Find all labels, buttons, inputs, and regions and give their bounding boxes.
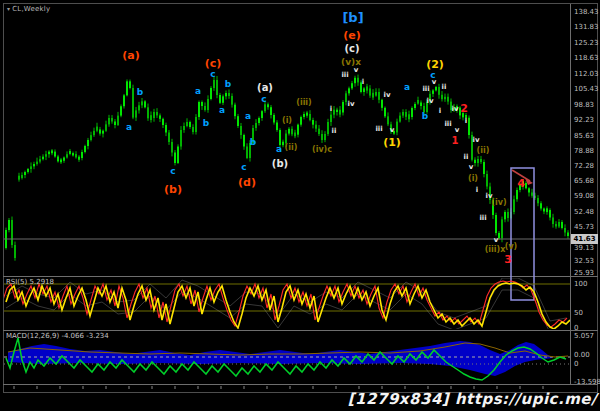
symbol-timeframe-label: CL,Weekly — [12, 5, 50, 13]
wave-label: i — [476, 187, 478, 194]
price-tick: 39.13 — [574, 244, 594, 252]
macd-tick: 0.00 — [574, 351, 590, 359]
wave-label: v — [469, 164, 474, 171]
wave-label: (iv) — [491, 199, 506, 207]
price-tick: 112.03 — [574, 70, 599, 78]
watermark: [1279x834] https://upic.me/ — [348, 390, 597, 408]
wave-label: a — [245, 112, 251, 121]
price-tick: 85.63 — [574, 132, 594, 140]
wave-label: a — [276, 145, 282, 154]
price-tick: 72.28 — [574, 162, 594, 170]
wave-label: (1) — [383, 137, 401, 148]
wave-label: iii — [341, 72, 348, 79]
wave-label: a — [126, 123, 132, 132]
wave-label: ii — [442, 84, 447, 91]
wave-label: a — [404, 83, 410, 92]
price-tick: 45.73 — [574, 223, 594, 231]
current-price-box: 41.63 — [571, 234, 598, 244]
wave-label: (i) — [468, 175, 478, 183]
wave-label: i — [465, 118, 467, 125]
wave-label: (iii) — [296, 99, 312, 107]
wave-label: (c) — [344, 44, 359, 54]
wave-label: b — [250, 138, 256, 147]
chart-canvas[interactable] — [0, 0, 600, 411]
price-tick: 98.83 — [574, 101, 594, 109]
wave-label: a — [219, 106, 225, 115]
wave-label: 1 — [452, 136, 459, 146]
wave-label: ii — [332, 128, 337, 135]
wave-label: (v) — [505, 243, 518, 251]
wave-label: iv — [348, 101, 355, 108]
wave-label: iv — [384, 92, 391, 99]
wave-label: b — [137, 88, 143, 97]
wave-label: v — [390, 127, 395, 134]
wave-label: (a) — [122, 50, 139, 61]
macd-tick: 5.057 — [574, 332, 594, 340]
macd-tick: 0 — [574, 360, 578, 368]
wave-label: a — [195, 87, 201, 96]
price-tick: 118.63 — [574, 54, 599, 62]
wave-label: iii — [375, 126, 382, 133]
wave-label: b — [225, 80, 231, 89]
wave-label: (e) — [343, 30, 361, 41]
wave-label: i — [439, 108, 441, 115]
wave-label: i — [362, 79, 364, 86]
wave-label: i — [330, 106, 332, 113]
wave-label: v — [494, 237, 499, 244]
price-tick: 78.88 — [574, 147, 594, 155]
wave-label: (c) — [205, 58, 222, 69]
price-tick: 32.53 — [574, 257, 594, 265]
chart-window: ▾CL,Weekly RSI(5) 5.2918 MACD(12,26,9) -… — [0, 0, 600, 411]
price-tick: 92.23 — [574, 116, 594, 124]
wave-label: (iii)x — [485, 246, 506, 254]
wave-label: b — [203, 119, 209, 128]
macd-tick: -13.598 — [574, 378, 600, 386]
wave-label: 2 — [460, 103, 468, 114]
rsi-tick: 0 — [574, 324, 578, 332]
wave-label: iii — [444, 121, 451, 128]
wave-label: ii — [464, 154, 469, 161]
wave-label: iv — [452, 106, 459, 113]
wave-label: (iv)c — [312, 146, 332, 154]
wave-label: iv — [473, 137, 480, 144]
wave-label: iii — [479, 215, 486, 222]
price-tick: 59.08 — [574, 192, 594, 200]
wave-label: 3 — [504, 254, 512, 265]
wave-label: (ii) — [285, 144, 298, 152]
wave-label: iii — [422, 86, 429, 93]
wave-label: c — [241, 163, 246, 172]
wave-label: c — [261, 95, 266, 104]
price-tick: 105.43 — [574, 85, 599, 93]
wave-label: c — [210, 70, 215, 79]
wave-label: (b) — [272, 159, 288, 169]
wave-label: (2) — [426, 59, 444, 70]
rsi-tick: 50 — [574, 309, 583, 317]
rsi-tick: 100 — [574, 280, 587, 288]
wave-label: b — [422, 112, 428, 121]
wave-label: v — [432, 79, 437, 86]
wave-label: [b] — [342, 11, 363, 24]
price-tick: 125.23 — [574, 39, 599, 47]
wave-label: (i) — [282, 117, 292, 125]
wave-label: v — [455, 127, 460, 134]
wave-label: iv — [486, 193, 493, 200]
wave-label: c — [170, 167, 175, 176]
wave-label: 4 — [517, 178, 525, 189]
wave-label: iv — [427, 98, 434, 105]
wave-label: (ii) — [477, 147, 490, 155]
chart-title: ▾CL,Weekly — [7, 5, 50, 13]
price-tick: 138.43 — [574, 8, 599, 16]
price-tick: 65.68 — [574, 177, 594, 185]
wave-label: (a) — [257, 83, 273, 93]
macd-indicator-label: MACD(12,26,9) -4.066 -3.234 — [6, 332, 109, 340]
collapse-icon[interactable]: ▾ — [7, 5, 10, 12]
price-tick: 25.93 — [574, 269, 594, 277]
rsi-indicator-label: RSI(5) 5.2918 — [6, 278, 54, 286]
wave-label: v — [354, 67, 359, 74]
wave-label: (d) — [238, 177, 256, 188]
price-tick: 131.83 — [574, 23, 599, 31]
price-tick: 52.48 — [574, 208, 594, 216]
wave-label: (b) — [164, 184, 182, 195]
